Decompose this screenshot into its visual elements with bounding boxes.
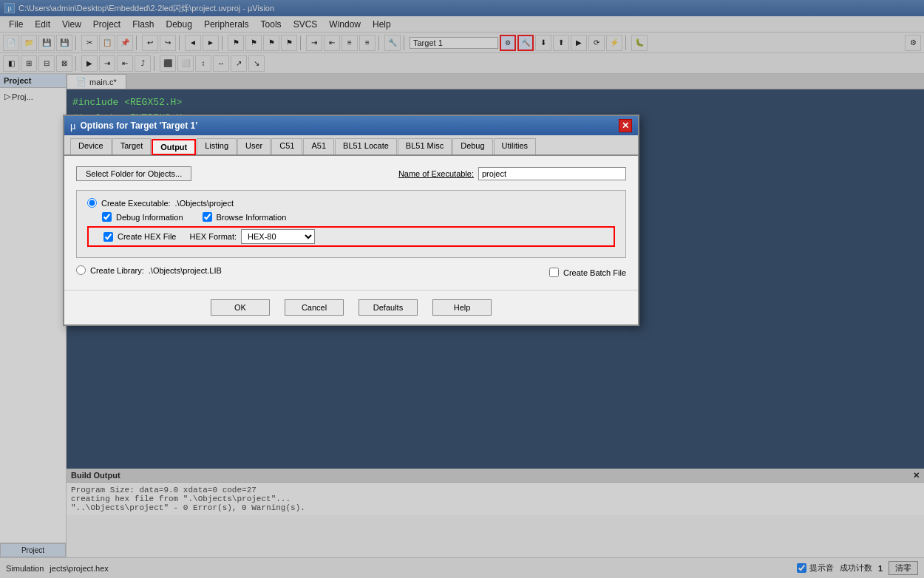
select-folder-button[interactable]: Select Folder for Objects... [76, 166, 191, 181]
dialog-tab-bl51locate[interactable]: BL51 Locate [335, 138, 397, 154]
defaults-button[interactable]: Defaults [359, 299, 418, 316]
dialog-body: Select Folder for Objects... Name of Exe… [64, 156, 638, 290]
dialog-tab-utilities[interactable]: Utilities [494, 138, 536, 154]
create-batch-checkbox[interactable] [549, 268, 559, 277]
dialog-tab-user[interactable]: User [237, 138, 271, 154]
create-exec-path: .\Objects\project [175, 199, 234, 208]
name-exec-input[interactable] [478, 167, 626, 180]
create-hex-label: Create HEX File [118, 232, 176, 241]
ok-button[interactable]: OK [211, 299, 270, 316]
dialog-tab-c51[interactable]: C51 [271, 138, 302, 154]
dialog-buttons: OK Cancel Defaults Help [64, 290, 638, 324]
create-library-radio-row: Create Library: .\Objects\project.LIB [76, 265, 222, 275]
browse-info-label: Browse Information [217, 213, 287, 222]
dialog-titlebar: µ Options for Target 'Target 1' ✕ [64, 116, 638, 135]
hex-format-select[interactable]: HEX-80 HEX-386 [241, 229, 315, 244]
create-hex-row: Create HEX File HEX Format: HEX-80 HEX-3… [87, 226, 615, 247]
create-exec-radio[interactable] [87, 198, 97, 208]
create-exec-label: Create Executable: [101, 199, 171, 208]
dialog-tab-device[interactable]: Device [70, 138, 112, 154]
debug-info-label: Debug Information [116, 213, 183, 222]
create-exec-radio-row: Create Executable: .\Objects\project [87, 198, 615, 208]
dialog-app-icon: µ [70, 120, 76, 132]
dialog-tab-output[interactable]: Output [152, 139, 196, 155]
create-batch-label: Create Batch File [563, 268, 626, 277]
create-library-label: Create Library: [90, 266, 144, 275]
create-hex-checkbox[interactable] [103, 232, 113, 242]
options-dialog: µ Options for Target 'Target 1' ✕ Device… [63, 115, 639, 326]
help-button[interactable]: Help [432, 299, 492, 316]
create-library-path: .\Objects\project.LIB [149, 266, 222, 275]
debug-info-row: Debug Information Browse Information [87, 212, 615, 222]
dialog-tab-bl51misc[interactable]: BL51 Misc [398, 138, 452, 154]
browse-info-checkbox[interactable] [203, 212, 212, 222]
hex-format-label: HEX Format: [189, 232, 237, 241]
cancel-button[interactable]: Cancel [285, 299, 344, 316]
debug-info-checkbox[interactable] [102, 212, 112, 222]
dialog-tab-a51[interactable]: A51 [303, 138, 334, 154]
output-radio-group: Create Executable: .\Objects\project Deb… [76, 190, 626, 258]
dialog-tab-bar: Device Target Output Listing User C51 A5… [64, 135, 638, 156]
dialog-title: Options for Target 'Target 1' [81, 120, 198, 131]
name-exec-row: Name of Executable: [398, 167, 626, 180]
dialog-tab-listing[interactable]: Listing [197, 138, 237, 154]
dialog-tab-target[interactable]: Target [112, 138, 152, 154]
bottom-options-row: Create Library: .\Objects\project.LIB Cr… [76, 265, 626, 279]
select-folder-row: Select Folder for Objects... Name of Exe… [76, 166, 626, 181]
name-exec-label: Name of Executable: [398, 169, 474, 178]
dialog-close-button[interactable]: ✕ [619, 119, 632, 132]
create-library-radio[interactable] [76, 265, 86, 275]
create-batch-row: Create Batch File [549, 268, 626, 277]
dialog-tab-debug[interactable]: Debug [452, 138, 492, 154]
